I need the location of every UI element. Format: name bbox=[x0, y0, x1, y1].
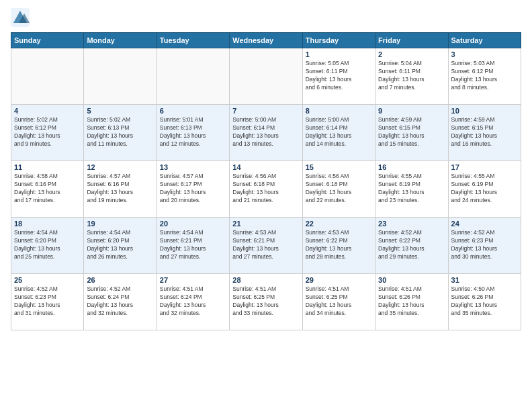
calendar-cell: 3Sunrise: 5:03 AM Sunset: 6:12 PM Daylig… bbox=[448, 48, 521, 105]
logo-icon bbox=[11, 8, 30, 27]
day-number: 18 bbox=[14, 220, 81, 228]
calendar-cell: 6Sunrise: 5:01 AM Sunset: 6:13 PM Daylig… bbox=[157, 105, 229, 161]
day-number: 3 bbox=[451, 50, 518, 58]
page-header bbox=[11, 8, 521, 27]
calendar-cell: 19Sunrise: 4:54 AM Sunset: 6:20 PM Dayli… bbox=[84, 218, 157, 274]
day-number: 13 bbox=[160, 163, 226, 171]
day-info: Sunrise: 4:55 AM Sunset: 6:19 PM Dayligh… bbox=[378, 173, 445, 205]
day-info: Sunrise: 4:54 AM Sunset: 6:20 PM Dayligh… bbox=[14, 229, 81, 261]
calendar-cell: 17Sunrise: 4:55 AM Sunset: 6:19 PM Dayli… bbox=[448, 161, 521, 218]
day-info: Sunrise: 4:52 AM Sunset: 6:24 PM Dayligh… bbox=[87, 285, 153, 318]
day-number: 14 bbox=[232, 163, 299, 171]
day-number: 26 bbox=[87, 276, 153, 284]
day-info: Sunrise: 4:51 AM Sunset: 6:26 PM Dayligh… bbox=[378, 285, 445, 318]
day-info: Sunrise: 5:04 AM Sunset: 6:11 PM Dayligh… bbox=[378, 60, 445, 92]
calendar-cell: 13Sunrise: 4:57 AM Sunset: 6:17 PM Dayli… bbox=[157, 161, 229, 218]
day-number: 15 bbox=[306, 163, 372, 171]
calendar-cell: 10Sunrise: 4:59 AM Sunset: 6:15 PM Dayli… bbox=[448, 105, 521, 161]
calendar-cell bbox=[230, 48, 302, 105]
day-number: 19 bbox=[87, 220, 153, 228]
weekday-header: Monday bbox=[84, 33, 157, 48]
day-number: 17 bbox=[451, 163, 518, 171]
day-info: Sunrise: 4:59 AM Sunset: 6:15 PM Dayligh… bbox=[451, 116, 518, 148]
logo bbox=[11, 8, 32, 27]
calendar-cell: 9Sunrise: 4:59 AM Sunset: 6:15 PM Daylig… bbox=[375, 105, 448, 161]
day-info: Sunrise: 4:55 AM Sunset: 6:19 PM Dayligh… bbox=[451, 173, 518, 205]
day-info: Sunrise: 4:57 AM Sunset: 6:17 PM Dayligh… bbox=[160, 173, 226, 205]
day-number: 8 bbox=[306, 107, 372, 115]
calendar-cell bbox=[157, 48, 229, 105]
day-number: 24 bbox=[451, 220, 518, 228]
weekday-header: Wednesday bbox=[230, 33, 302, 48]
calendar-cell: 24Sunrise: 4:52 AM Sunset: 6:23 PM Dayli… bbox=[448, 218, 521, 274]
weekday-header-row: SundayMondayTuesdayWednesdayThursdayFrid… bbox=[11, 33, 521, 48]
day-info: Sunrise: 4:56 AM Sunset: 6:18 PM Dayligh… bbox=[306, 173, 372, 205]
calendar-cell: 15Sunrise: 4:56 AM Sunset: 6:18 PM Dayli… bbox=[302, 161, 375, 218]
day-number: 4 bbox=[14, 107, 81, 115]
calendar-cell: 12Sunrise: 4:57 AM Sunset: 6:16 PM Dayli… bbox=[84, 161, 157, 218]
day-info: Sunrise: 5:02 AM Sunset: 6:12 PM Dayligh… bbox=[14, 116, 81, 148]
calendar-cell: 25Sunrise: 4:52 AM Sunset: 6:23 PM Dayli… bbox=[11, 274, 84, 330]
calendar-cell: 16Sunrise: 4:55 AM Sunset: 6:19 PM Dayli… bbox=[375, 161, 448, 218]
day-number: 28 bbox=[232, 276, 299, 284]
day-info: Sunrise: 4:50 AM Sunset: 6:26 PM Dayligh… bbox=[451, 285, 518, 318]
day-number: 1 bbox=[306, 50, 372, 58]
day-info: Sunrise: 4:53 AM Sunset: 6:22 PM Dayligh… bbox=[306, 229, 372, 261]
day-number: 25 bbox=[14, 276, 81, 284]
calendar-cell: 7Sunrise: 5:00 AM Sunset: 6:14 PM Daylig… bbox=[230, 105, 302, 161]
day-info: Sunrise: 5:01 AM Sunset: 6:13 PM Dayligh… bbox=[160, 116, 226, 148]
calendar-cell bbox=[84, 48, 157, 105]
calendar-week-row: 11Sunrise: 4:58 AM Sunset: 6:16 PM Dayli… bbox=[11, 161, 521, 218]
day-info: Sunrise: 5:05 AM Sunset: 6:11 PM Dayligh… bbox=[306, 60, 372, 92]
calendar-cell: 2Sunrise: 5:04 AM Sunset: 6:11 PM Daylig… bbox=[375, 48, 448, 105]
day-info: Sunrise: 4:52 AM Sunset: 6:23 PM Dayligh… bbox=[14, 285, 81, 318]
calendar-cell: 27Sunrise: 4:51 AM Sunset: 6:24 PM Dayli… bbox=[157, 274, 229, 330]
calendar-cell: 4Sunrise: 5:02 AM Sunset: 6:12 PM Daylig… bbox=[11, 105, 84, 161]
day-info: Sunrise: 4:54 AM Sunset: 6:20 PM Dayligh… bbox=[87, 229, 153, 261]
day-info: Sunrise: 4:57 AM Sunset: 6:16 PM Dayligh… bbox=[87, 173, 153, 205]
day-info: Sunrise: 4:52 AM Sunset: 6:23 PM Dayligh… bbox=[451, 229, 518, 261]
day-number: 11 bbox=[14, 163, 81, 171]
day-number: 29 bbox=[306, 276, 372, 284]
weekday-header: Thursday bbox=[302, 33, 375, 48]
day-number: 22 bbox=[306, 220, 372, 228]
day-number: 20 bbox=[160, 220, 226, 228]
day-info: Sunrise: 4:51 AM Sunset: 6:24 PM Dayligh… bbox=[160, 285, 226, 318]
calendar-cell: 20Sunrise: 4:54 AM Sunset: 6:21 PM Dayli… bbox=[157, 218, 229, 274]
calendar-cell: 11Sunrise: 4:58 AM Sunset: 6:16 PM Dayli… bbox=[11, 161, 84, 218]
day-info: Sunrise: 4:56 AM Sunset: 6:18 PM Dayligh… bbox=[232, 173, 299, 205]
weekday-header: Friday bbox=[375, 33, 448, 48]
calendar-week-row: 25Sunrise: 4:52 AM Sunset: 6:23 PM Dayli… bbox=[11, 274, 521, 330]
day-number: 12 bbox=[87, 163, 153, 171]
day-number: 6 bbox=[160, 107, 226, 115]
day-number: 16 bbox=[378, 163, 445, 171]
weekday-header: Sunday bbox=[11, 33, 84, 48]
calendar-cell: 18Sunrise: 4:54 AM Sunset: 6:20 PM Dayli… bbox=[11, 218, 84, 274]
day-info: Sunrise: 4:58 AM Sunset: 6:16 PM Dayligh… bbox=[14, 173, 81, 205]
day-number: 5 bbox=[87, 107, 153, 115]
day-number: 23 bbox=[378, 220, 445, 228]
day-info: Sunrise: 4:51 AM Sunset: 6:25 PM Dayligh… bbox=[306, 285, 372, 318]
day-number: 31 bbox=[451, 276, 518, 284]
day-info: Sunrise: 5:03 AM Sunset: 6:12 PM Dayligh… bbox=[451, 60, 518, 92]
calendar-cell: 21Sunrise: 4:53 AM Sunset: 6:21 PM Dayli… bbox=[230, 218, 302, 274]
calendar-week-row: 18Sunrise: 4:54 AM Sunset: 6:20 PM Dayli… bbox=[11, 218, 521, 274]
calendar-cell: 5Sunrise: 5:02 AM Sunset: 6:13 PM Daylig… bbox=[84, 105, 157, 161]
day-number: 10 bbox=[451, 107, 518, 115]
day-info: Sunrise: 4:53 AM Sunset: 6:21 PM Dayligh… bbox=[232, 229, 299, 261]
day-number: 9 bbox=[378, 107, 445, 115]
day-number: 7 bbox=[232, 107, 299, 115]
day-info: Sunrise: 4:51 AM Sunset: 6:25 PM Dayligh… bbox=[232, 285, 299, 318]
day-info: Sunrise: 4:59 AM Sunset: 6:15 PM Dayligh… bbox=[378, 116, 445, 148]
day-info: Sunrise: 5:00 AM Sunset: 6:14 PM Dayligh… bbox=[232, 116, 299, 148]
calendar-cell: 1Sunrise: 5:05 AM Sunset: 6:11 PM Daylig… bbox=[302, 48, 375, 105]
weekday-header: Saturday bbox=[448, 33, 521, 48]
calendar-cell: 23Sunrise: 4:52 AM Sunset: 6:22 PM Dayli… bbox=[375, 218, 448, 274]
calendar-cell: 31Sunrise: 4:50 AM Sunset: 6:26 PM Dayli… bbox=[448, 274, 521, 330]
calendar-cell: 30Sunrise: 4:51 AM Sunset: 6:26 PM Dayli… bbox=[375, 274, 448, 330]
calendar-cell: 14Sunrise: 4:56 AM Sunset: 6:18 PM Dayli… bbox=[230, 161, 302, 218]
day-number: 21 bbox=[232, 220, 299, 228]
day-info: Sunrise: 4:54 AM Sunset: 6:21 PM Dayligh… bbox=[160, 229, 226, 261]
calendar-table: SundayMondayTuesdayWednesdayThursdayFrid… bbox=[11, 32, 521, 330]
day-info: Sunrise: 4:52 AM Sunset: 6:22 PM Dayligh… bbox=[378, 229, 445, 261]
